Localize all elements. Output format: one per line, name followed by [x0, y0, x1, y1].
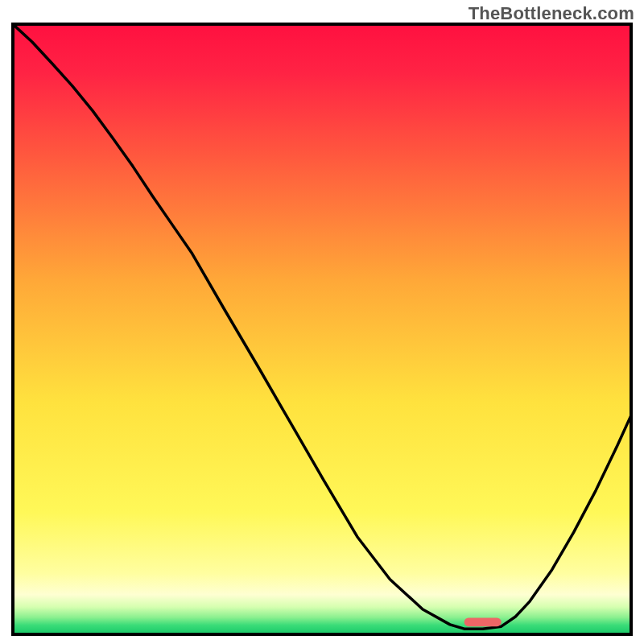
optimum-marker: [464, 618, 502, 627]
chart-svg: [0, 0, 644, 644]
bottleneck-chart: TheBottleneck.com: [0, 0, 644, 644]
watermark-text: TheBottleneck.com: [469, 3, 634, 24]
gradient-background: [13, 24, 631, 634]
